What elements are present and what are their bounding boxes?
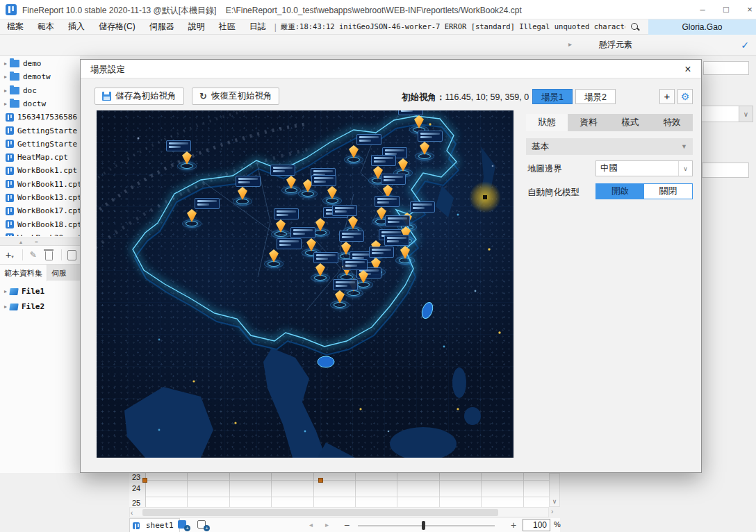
side-tab-4[interactable]: 特效: [651, 114, 693, 131]
dialog-side-tabs: 狀態資料樣式特效: [526, 114, 693, 131]
tab-scene-2[interactable]: 場景2: [575, 89, 616, 104]
menu-item-1[interactable]: 檔案: [0, 22, 31, 31]
menu-item-6[interactable]: 說明: [181, 22, 212, 31]
float-panel-input[interactable]: [702, 163, 749, 178]
menu-item-4[interactable]: 儲存格(C): [92, 22, 142, 31]
float-panel-title: 懸浮元素: [599, 39, 632, 51]
row-number[interactable]: 25: [132, 499, 140, 507]
map-boundary-select[interactable]: 中國 ∨: [595, 160, 693, 176]
minimize-button[interactable]: –: [692, 3, 713, 17]
dialog-close-icon[interactable]: ×: [680, 62, 696, 77]
spreadsheet-grid[interactable]: 23 24 25: [129, 473, 549, 507]
selection-handle[interactable]: [318, 478, 323, 483]
scroll-right-icon[interactable]: ›: [551, 508, 553, 515]
panel-splitter[interactable]: ▴=: [0, 238, 80, 246]
edit-dataset-icon[interactable]: ✎: [30, 250, 37, 260]
menu-item-3[interactable]: 插入: [61, 22, 92, 31]
tree-file[interactable]: HeatMap.cpt: [0, 151, 80, 164]
scroll-down-icon[interactable]: ∨: [549, 496, 560, 507]
apply-check-icon[interactable]: ✓: [741, 40, 749, 51]
chevron-down-icon: ∨: [678, 161, 692, 176]
scrollbar-thumb[interactable]: [142, 509, 498, 516]
marker-label-callout: [236, 176, 261, 187]
float-panel-select[interactable]: [696, 106, 739, 122]
sheet-tab[interactable]: sheet1: [129, 518, 180, 532]
tree-file[interactable]: WorkBook18.cpt: [0, 218, 80, 231]
toggle-off-option[interactable]: 關閉: [644, 184, 692, 199]
tree-file[interactable]: GettingStarte: [0, 124, 80, 138]
preview-dataset-icon[interactable]: [67, 250, 76, 260]
save-initial-view-button[interactable]: 儲存為初始視角: [94, 88, 184, 105]
zoom-slider-track[interactable]: [358, 525, 495, 526]
insert-report-sheet-icon[interactable]: +: [178, 520, 190, 530]
expand-right-icon[interactable]: ▸: [568, 40, 572, 48]
maximize-button[interactable]: □: [716, 3, 737, 17]
section-basic[interactable]: 基本 ▼: [526, 138, 693, 155]
float-panel-input[interactable]: [703, 61, 749, 75]
menu-item-5[interactable]: 伺服器: [142, 22, 181, 31]
dataset-item[interactable]: ▸File1: [0, 285, 80, 298]
zoom-level-input[interactable]: 100: [523, 519, 550, 531]
grid-row-line: [129, 480, 549, 481]
zoom-slider-thumb[interactable]: [422, 521, 425, 530]
app-title: FineReport 10.0 stable 2020-11-13 @默认[本機…: [22, 6, 216, 15]
tree-file[interactable]: WorkBook1.cpt: [0, 164, 80, 177]
add-scene-button[interactable]: +: [659, 89, 675, 104]
menu-item-7[interactable]: 社區: [212, 22, 243, 31]
marker-label-callout: [398, 110, 423, 115]
tree-folder[interactable]: ▸demo: [0, 57, 80, 70]
dataset-item[interactable]: ▸File2: [0, 300, 80, 313]
marker-label-callout: [369, 247, 394, 258]
menu-item-2[interactable]: 範本: [31, 22, 61, 31]
restore-initial-view-button[interactable]: ↻ 恢復至初始視角: [192, 88, 279, 105]
server-log-message: 嚴重:18:43:12 initGeoJSON-46-worker-7 ERRO…: [278, 22, 625, 32]
file-path: E:\FineReport_10.0_test\webapps\webroot\…: [226, 6, 522, 15]
tree-folder[interactable]: ▸doctw: [0, 97, 80, 110]
selection-handle[interactable]: [142, 478, 147, 483]
tree-folder[interactable]: ▸doc: [0, 84, 80, 97]
tree-item-label: WorkBook11.cpt: [17, 180, 80, 189]
expand-arrow-icon[interactable]: ▸: [4, 88, 10, 94]
row-number[interactable]: 24: [132, 484, 140, 492]
tab-template-dataset[interactable]: 範本資料集: [0, 265, 47, 281]
side-tab-3[interactable]: 樣式: [609, 114, 651, 131]
tree-folder[interactable]: ▸demotw: [0, 70, 80, 83]
zoom-in-icon[interactable]: +: [511, 519, 516, 531]
side-tab-2[interactable]: 資料: [568, 114, 609, 131]
next-sheet-icon[interactable]: ▸: [325, 521, 329, 529]
search-icon[interactable]: [630, 22, 641, 33]
delete-dataset-icon[interactable]: [45, 251, 53, 260]
marker-label-callout: [277, 238, 302, 249]
add-dataset-icon[interactable]: +▾: [6, 249, 14, 260]
tree-file[interactable]: WorkBook13.cpt: [0, 191, 80, 204]
scene-settings-dialog: 場景設定 × 儲存為初始視角 ↻ 恢復至初始視角 初始視角：116.45, 10…: [80, 59, 702, 473]
menu-item-8[interactable]: 日誌: [243, 22, 273, 31]
tab-scene-1[interactable]: 場景1: [532, 89, 573, 104]
horizontal-scrollbar[interactable]: [129, 507, 549, 517]
insert-aggregate-sheet-icon[interactable]: +: [197, 520, 209, 530]
prev-sheet-icon[interactable]: ◂: [309, 521, 313, 529]
zoom-out-icon[interactable]: −: [344, 519, 350, 531]
scene-settings-gear-icon[interactable]: ⚙: [677, 89, 693, 104]
tree-file[interactable]: WorkBook20.cpt: [0, 231, 80, 236]
close-button[interactable]: ×: [739, 3, 756, 17]
tree-file[interactable]: WorkBook11.cpt: [0, 178, 80, 191]
expand-arrow-icon[interactable]: ▸: [4, 74, 10, 80]
chevron-down-icon[interactable]: ∨: [739, 106, 753, 122]
marker-label-callout: [410, 201, 435, 213]
scroll-left-icon[interactable]: ‹: [131, 509, 133, 517]
tree-file[interactable]: GettingStarte: [0, 138, 80, 151]
expand-arrow-icon[interactable]: ▸: [4, 60, 10, 67]
window-title: FineReport 10.0 stable 2020-11-13 @默认[本機…: [22, 5, 522, 17]
dataset-item-label: File2: [22, 302, 44, 311]
tree-file[interactable]: 1563417536586: [0, 110, 80, 124]
user-account-badge[interactable]: Gloria.Gao: [648, 19, 756, 35]
tab-server-dataset[interactable]: 伺服: [47, 265, 71, 281]
3d-china-map[interactable]: [97, 110, 513, 458]
side-tab-1[interactable]: 狀態: [526, 114, 568, 131]
tree-file[interactable]: WorkBook17.cpt: [0, 204, 80, 217]
toggle-on-option[interactable]: 開啟: [596, 184, 644, 199]
expand-arrow-icon[interactable]: ▸: [4, 101, 10, 107]
row-number[interactable]: 23: [132, 473, 140, 481]
restore-view-icon: ↻: [199, 91, 207, 101]
